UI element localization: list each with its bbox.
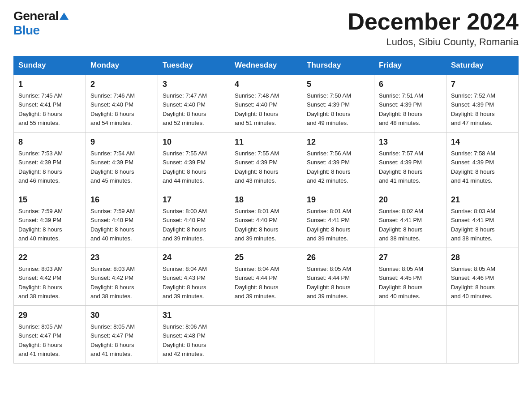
day-info: Sunrise: 8:04 AMSunset: 4:43 PMDaylight:… <box>163 265 207 300</box>
day-info: Sunrise: 8:01 AMSunset: 4:40 PMDaylight:… <box>235 208 279 242</box>
day-header-wednesday: Wednesday <box>230 56 302 75</box>
calendar-week-row: 22Sunrise: 8:03 AMSunset: 4:42 PMDayligh… <box>14 248 519 306</box>
day-number: 1 <box>18 78 81 90</box>
day-number: 29 <box>18 309 81 321</box>
day-number: 23 <box>90 252 153 264</box>
day-number: 27 <box>379 252 442 264</box>
calendar-cell: 1Sunrise: 7:45 AMSunset: 4:41 PMDaylight… <box>14 75 86 133</box>
day-header-monday: Monday <box>86 56 158 75</box>
day-number: 14 <box>451 136 514 148</box>
calendar-cell: 29Sunrise: 8:05 AMSunset: 4:47 PMDayligh… <box>14 306 86 364</box>
day-number: 20 <box>379 194 442 206</box>
calendar-cell: 8Sunrise: 7:53 AMSunset: 4:39 PMDaylight… <box>14 133 86 190</box>
location-title: Ludos, Sibiu County, Romania <box>348 36 519 48</box>
calendar-cell: 4Sunrise: 7:48 AMSunset: 4:40 PMDaylight… <box>230 75 302 133</box>
day-info: Sunrise: 7:55 AMSunset: 4:39 PMDaylight:… <box>235 150 279 184</box>
calendar-week-row: 1Sunrise: 7:45 AMSunset: 4:41 PMDaylight… <box>14 75 519 133</box>
calendar-cell: 11Sunrise: 7:55 AMSunset: 4:39 PMDayligh… <box>230 133 302 190</box>
calendar-cell <box>374 306 446 364</box>
day-number: 24 <box>163 252 225 264</box>
day-number: 2 <box>90 78 153 90</box>
calendar-cell: 9Sunrise: 7:54 AMSunset: 4:39 PMDaylight… <box>86 133 158 190</box>
day-number: 21 <box>451 194 514 206</box>
day-info: Sunrise: 8:03 AMSunset: 4:41 PMDaylight:… <box>451 208 495 242</box>
day-info: Sunrise: 7:54 AMSunset: 4:39 PMDaylight:… <box>90 150 135 184</box>
day-info: Sunrise: 8:05 AMSunset: 4:46 PMDaylight:… <box>451 265 495 300</box>
day-number: 11 <box>235 136 297 148</box>
day-number: 31 <box>163 309 225 321</box>
day-info: Sunrise: 8:01 AMSunset: 4:41 PMDaylight:… <box>307 208 351 242</box>
day-info: Sunrise: 8:03 AMSunset: 4:42 PMDaylight:… <box>90 265 135 300</box>
calendar-cell: 21Sunrise: 8:03 AMSunset: 4:41 PMDayligh… <box>446 190 519 248</box>
day-info: Sunrise: 7:46 AMSunset: 4:40 PMDaylight:… <box>90 92 135 126</box>
calendar-cell: 26Sunrise: 8:05 AMSunset: 4:44 PMDayligh… <box>302 248 374 306</box>
day-number: 30 <box>90 309 153 321</box>
calendar-cell: 17Sunrise: 8:00 AMSunset: 4:40 PMDayligh… <box>158 190 230 248</box>
day-number: 10 <box>163 136 225 148</box>
day-number: 6 <box>379 78 442 90</box>
day-info: Sunrise: 7:52 AMSunset: 4:39 PMDaylight:… <box>451 92 495 126</box>
day-number: 7 <box>451 78 514 90</box>
calendar-cell: 25Sunrise: 8:04 AMSunset: 4:44 PMDayligh… <box>230 248 302 306</box>
day-number: 17 <box>163 194 225 206</box>
calendar-cell: 6Sunrise: 7:51 AMSunset: 4:39 PMDaylight… <box>374 75 446 133</box>
day-number: 12 <box>307 136 369 148</box>
calendar-cell: 30Sunrise: 8:05 AMSunset: 4:47 PMDayligh… <box>86 306 158 364</box>
day-number: 3 <box>163 78 225 90</box>
calendar-cell <box>446 306 519 364</box>
calendar-cell: 23Sunrise: 8:03 AMSunset: 4:42 PMDayligh… <box>86 248 158 306</box>
calendar-cell: 20Sunrise: 8:02 AMSunset: 4:41 PMDayligh… <box>374 190 446 248</box>
day-info: Sunrise: 8:05 AMSunset: 4:47 PMDaylight:… <box>18 323 63 357</box>
day-info: Sunrise: 8:04 AMSunset: 4:44 PMDaylight:… <box>235 265 279 300</box>
day-number: 9 <box>90 136 153 148</box>
calendar-cell: 31Sunrise: 8:06 AMSunset: 4:48 PMDayligh… <box>158 306 230 364</box>
day-info: Sunrise: 7:55 AMSunset: 4:39 PMDaylight:… <box>163 150 207 184</box>
day-header-saturday: Saturday <box>446 56 519 75</box>
calendar-table: SundayMondayTuesdayWednesdayThursdayFrid… <box>13 56 519 364</box>
calendar-cell <box>302 306 374 364</box>
day-info: Sunrise: 7:50 AMSunset: 4:39 PMDaylight:… <box>307 92 351 126</box>
logo-general-text: General <box>13 9 59 23</box>
day-info: Sunrise: 8:06 AMSunset: 4:48 PMDaylight:… <box>163 323 207 357</box>
day-info: Sunrise: 7:48 AMSunset: 4:40 PMDaylight:… <box>235 92 279 126</box>
month-title: December 2024 <box>348 9 519 34</box>
logo-blue-text: Blue <box>13 23 40 38</box>
day-info: Sunrise: 7:51 AMSunset: 4:39 PMDaylight:… <box>379 92 423 126</box>
day-info: Sunrise: 7:58 AMSunset: 4:39 PMDaylight:… <box>451 150 495 184</box>
calendar-cell: 22Sunrise: 8:03 AMSunset: 4:42 PMDayligh… <box>14 248 86 306</box>
calendar-header-row: SundayMondayTuesdayWednesdayThursdayFrid… <box>14 56 519 75</box>
calendar-cell: 7Sunrise: 7:52 AMSunset: 4:39 PMDaylight… <box>446 75 519 133</box>
day-header-thursday: Thursday <box>302 56 374 75</box>
page-header: General Blue December 2024 Ludos, Sibiu … <box>13 9 519 48</box>
day-number: 16 <box>90 194 153 206</box>
calendar-cell: 5Sunrise: 7:50 AMSunset: 4:39 PMDaylight… <box>302 75 374 133</box>
day-info: Sunrise: 8:05 AMSunset: 4:45 PMDaylight:… <box>379 265 423 300</box>
day-info: Sunrise: 7:59 AMSunset: 4:40 PMDaylight:… <box>90 208 135 242</box>
day-number: 5 <box>307 78 369 90</box>
day-info: Sunrise: 8:05 AMSunset: 4:44 PMDaylight:… <box>307 265 351 300</box>
day-header-tuesday: Tuesday <box>158 56 230 75</box>
day-number: 18 <box>235 194 297 206</box>
logo: General Blue <box>13 9 69 38</box>
calendar-cell: 18Sunrise: 8:01 AMSunset: 4:40 PMDayligh… <box>230 190 302 248</box>
day-number: 22 <box>18 252 81 264</box>
day-number: 25 <box>235 252 297 264</box>
day-number: 26 <box>307 252 369 264</box>
day-info: Sunrise: 7:57 AMSunset: 4:39 PMDaylight:… <box>379 150 423 184</box>
day-number: 4 <box>235 78 297 90</box>
day-number: 28 <box>451 252 514 264</box>
day-info: Sunrise: 7:47 AMSunset: 4:40 PMDaylight:… <box>163 92 207 126</box>
day-info: Sunrise: 8:00 AMSunset: 4:40 PMDaylight:… <box>163 208 207 242</box>
calendar-week-row: 8Sunrise: 7:53 AMSunset: 4:39 PMDaylight… <box>14 133 519 190</box>
calendar-week-row: 29Sunrise: 8:05 AMSunset: 4:47 PMDayligh… <box>14 306 519 364</box>
day-number: 15 <box>18 194 81 206</box>
day-number: 19 <box>307 194 369 206</box>
calendar-cell: 12Sunrise: 7:56 AMSunset: 4:39 PMDayligh… <box>302 133 374 190</box>
calendar-week-row: 15Sunrise: 7:59 AMSunset: 4:39 PMDayligh… <box>14 190 519 248</box>
logo-triangle-icon <box>60 13 69 20</box>
day-number: 8 <box>18 136 81 148</box>
calendar-cell: 2Sunrise: 7:46 AMSunset: 4:40 PMDaylight… <box>86 75 158 133</box>
calendar-cell: 24Sunrise: 8:04 AMSunset: 4:43 PMDayligh… <box>158 248 230 306</box>
calendar-cell: 27Sunrise: 8:05 AMSunset: 4:45 PMDayligh… <box>374 248 446 306</box>
day-number: 13 <box>379 136 442 148</box>
